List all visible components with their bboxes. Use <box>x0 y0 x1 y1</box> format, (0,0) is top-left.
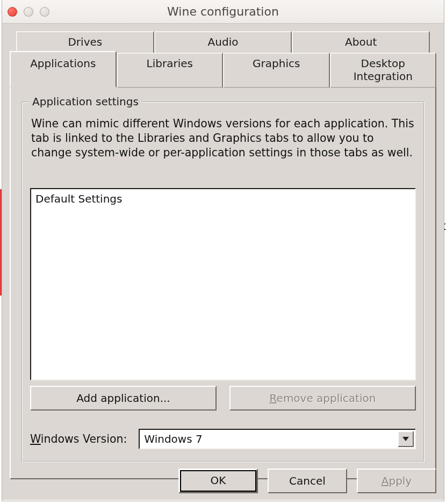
list-item[interactable]: Default Settings <box>34 191 412 206</box>
apply-text: pply <box>389 474 412 487</box>
version-label-text: indows Version: <box>41 433 127 445</box>
groupbox-description: Wine can mimic different Windows version… <box>31 117 415 160</box>
windows-version-dropdown[interactable]: Windows 7 <box>139 429 416 449</box>
tab-panel-applications: Application settings Wine can mimic diff… <box>10 88 436 479</box>
tab-audio[interactable]: Audio <box>154 31 292 53</box>
titlebar: Wine configuration <box>2 0 444 24</box>
close-icon[interactable] <box>8 7 17 17</box>
minimize-icon[interactable] <box>24 7 33 17</box>
ok-button[interactable]: OK <box>178 469 258 493</box>
apply-mnemonic: A <box>382 474 389 487</box>
tab-libraries[interactable]: Libraries <box>117 53 224 88</box>
add-application-button[interactable]: Add application... <box>30 386 217 411</box>
applications-listbox[interactable]: Default Settings <box>30 188 416 380</box>
windows-version-label: Windows Version: <box>30 433 127 445</box>
svg-marker-0 <box>402 437 409 441</box>
tab-drives[interactable]: Drives <box>16 31 154 53</box>
tab-graphics[interactable]: Graphics <box>223 53 330 88</box>
tab-desktop-integration[interactable]: Desktop Integration <box>330 53 437 88</box>
chevron-down-icon[interactable] <box>398 431 414 447</box>
version-mnemonic: W <box>30 433 41 445</box>
tab-about[interactable]: About <box>292 31 430 53</box>
remove-mnemonic: R <box>270 392 277 405</box>
groupbox-application-settings: Application settings Wine can mimic diff… <box>21 102 425 462</box>
maximize-icon[interactable] <box>40 7 49 17</box>
tab-applications[interactable]: Applications <box>10 51 117 88</box>
cancel-button[interactable]: Cancel <box>268 469 347 493</box>
remove-application-button: Remove application <box>229 386 416 411</box>
windows-version-value: Windows 7 <box>140 430 397 448</box>
apply-button: Apply <box>357 469 436 493</box>
groupbox-legend: Application settings <box>29 95 142 108</box>
remove-text: emove application <box>277 392 376 405</box>
window-title: Wine configuration <box>2 5 444 18</box>
